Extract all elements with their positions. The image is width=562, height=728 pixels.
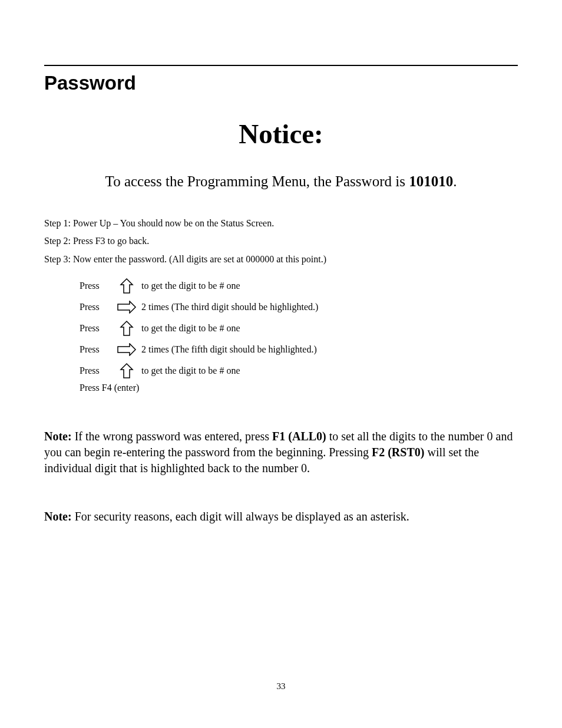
press-label: Press [80, 344, 112, 355]
note-key-f2: F2 (RST0) [372, 446, 424, 459]
note-text: If the wrong password was entered, press [72, 430, 272, 443]
arrow-right-icon [112, 301, 141, 314]
arrow-up-icon [112, 278, 141, 294]
press-label: Press [80, 323, 112, 334]
press-row: Press 2 times (The fifth digit should be… [80, 339, 518, 360]
arrow-up-icon [112, 320, 141, 337]
press-row: Press 2 times (The third digit should be… [80, 297, 518, 318]
document-page: Password Notice: To access the Programmi… [0, 0, 562, 728]
press-table: Press to get the digit to be # one Press… [80, 275, 518, 381]
press-row: Press to get the digit to be # one [80, 360, 518, 381]
press-label: Press [80, 281, 112, 291]
note-2: Note: For security reasons, each digit w… [44, 509, 518, 525]
press-row: Press to get the digit to be # one [80, 318, 518, 339]
press-desc: 2 times (The third digit should be highl… [141, 302, 518, 312]
press-final: Press F4 (enter) [80, 383, 518, 393]
press-row: Press to get the digit to be # one [80, 275, 518, 297]
press-label: Press [80, 302, 112, 312]
access-prefix: To access the Programming Menu, the Pass… [105, 173, 409, 189]
notice-heading: Notice: [44, 118, 518, 150]
access-password: 101010 [409, 173, 453, 189]
note-text: For security reasons, each digit will al… [72, 510, 409, 523]
press-desc: 2 times (The fifth digit should be highl… [141, 344, 518, 355]
access-suffix: . [453, 173, 457, 189]
press-desc: to get the digit to be # one [141, 365, 518, 376]
access-line: To access the Programming Menu, the Pass… [44, 173, 518, 190]
step-3: Step 3: Now enter the password. (All dig… [44, 251, 518, 268]
step-1: Step 1: Power Up – You should now be on … [44, 215, 518, 232]
note-lead: Note: [44, 430, 72, 443]
section-heading: Password [44, 72, 518, 94]
arrow-up-icon [112, 363, 141, 379]
note-1: Note: If the wrong password was entered,… [44, 429, 518, 476]
press-desc: to get the digit to be # one [141, 281, 518, 291]
note-lead: Note: [44, 510, 72, 523]
horizontal-rule [44, 65, 518, 66]
steps-block: Step 1: Power Up – You should now be on … [44, 215, 518, 268]
arrow-right-icon [112, 343, 141, 356]
note-key-f1: F1 (ALL0) [272, 430, 326, 443]
step-2: Step 2: Press F3 to go back. [44, 232, 518, 250]
page-number: 33 [0, 681, 562, 691]
press-desc: to get the digit to be # one [141, 323, 518, 334]
press-label: Press [80, 365, 112, 376]
